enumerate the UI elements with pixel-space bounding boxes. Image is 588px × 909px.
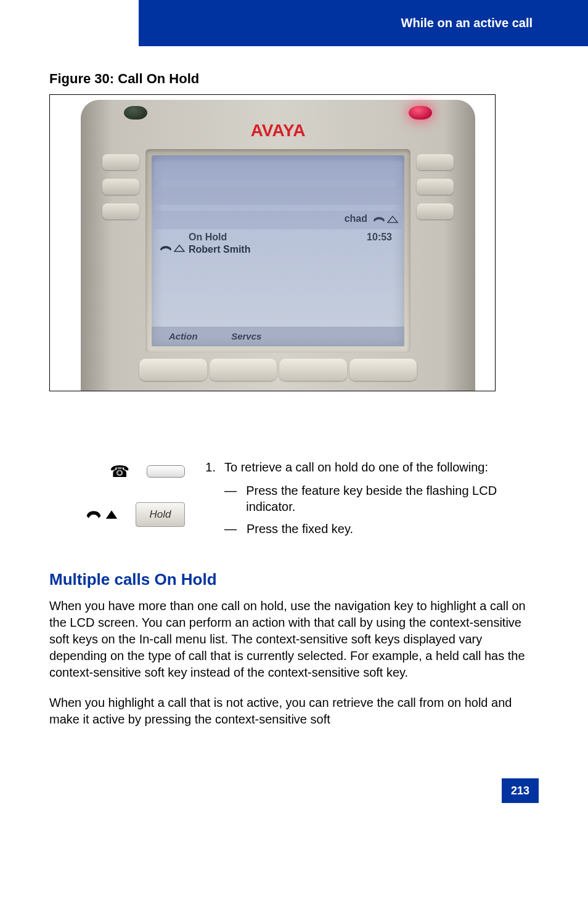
step-number: 1. — [203, 459, 216, 475]
step-text: To retrieve a call on hold do one of the… — [224, 459, 488, 475]
header-section-title: While on an active call — [139, 0, 588, 46]
hold-key-label: Hold — [136, 502, 185, 527]
line-key-button[interactable] — [417, 179, 454, 195]
speaker-icon — [105, 510, 118, 520]
lcd-hold-status-icons — [159, 244, 185, 253]
softkey-button[interactable] — [279, 359, 347, 381]
handset-icon — [85, 510, 102, 520]
line-key-button[interactable] — [102, 179, 139, 195]
lcd-line-row — [154, 161, 402, 180]
softkey-buttons — [139, 359, 417, 381]
body-paragraph: When you highlight a call that is not ac… — [49, 695, 539, 728]
lcd-screen: chad 10:53 On Hold Robert Smith Action — [152, 155, 404, 346]
instruction-icons-column: ☎ Hold — [49, 459, 191, 545]
lcd-softkey-label — [341, 327, 405, 346]
brand-logo: AVAYA — [81, 121, 475, 141]
softkey-button[interactable] — [349, 359, 417, 381]
alert-led-icon — [409, 106, 432, 120]
option-text: Press the fixed key. — [247, 521, 353, 537]
telephone-icon: ☎ — [110, 462, 129, 481]
option-before: Press the — [247, 522, 302, 536]
lcd-caller-name: Robert Smith — [189, 244, 250, 255]
speaker-icon — [387, 215, 398, 224]
softkey-button[interactable] — [139, 359, 207, 381]
feature-key-icon-row: ☎ — [49, 459, 185, 484]
numbered-step: 1. To retrieve a call on hold do one of … — [203, 459, 539, 475]
speaker-icon — [174, 244, 185, 253]
body-paragraph: When you have more than one call on hold… — [49, 598, 539, 681]
option-after: fixed key. — [302, 522, 353, 536]
option-text: Press the feature key beside the flashin… — [246, 483, 539, 515]
left-line-keys — [102, 154, 139, 228]
handset-icon — [159, 244, 173, 253]
lcd-softkey-label: Action — [152, 327, 215, 346]
lcd-softkey-bar: Action Servcs — [152, 327, 404, 346]
line-key-button[interactable] — [417, 154, 454, 170]
lcd-status-line: On Hold — [189, 232, 227, 243]
phone-figure: AVAYA chad — [49, 94, 496, 391]
instruction-text-column: 1. To retrieve a call on hold do one of … — [203, 459, 539, 545]
lcd-line-row — [154, 186, 402, 205]
hold-key-icon-row: Hold — [49, 502, 185, 527]
sub-option: — Press the fixed key. — [224, 521, 539, 537]
lcd-softkey-label: Servcs — [215, 327, 279, 346]
line-key-button[interactable] — [102, 154, 139, 170]
dash-marker: — — [224, 483, 237, 515]
message-led-icon — [124, 106, 147, 120]
phone-body: AVAYA chad — [81, 100, 475, 391]
lcd-softkey-label — [278, 327, 341, 346]
section-heading: Multiple calls On Hold — [49, 570, 539, 589]
figure-caption: Figure 30: Call On Hold — [49, 71, 539, 87]
softkey-button[interactable] — [210, 359, 277, 381]
page-number: 213 — [502, 778, 539, 803]
dash-marker: — — [224, 521, 238, 537]
page-header: While on an active call — [0, 0, 588, 46]
right-line-keys — [417, 154, 454, 228]
feature-key-icon — [147, 465, 185, 478]
option-before: Press the — [246, 484, 301, 497]
lcd-user-label: chad — [345, 213, 367, 224]
sub-option: — Press the feature key beside the flash… — [224, 483, 539, 515]
line-key-button[interactable] — [417, 203, 454, 219]
handset-icon — [372, 215, 386, 224]
hold-status-icon — [85, 510, 118, 520]
line-key-button[interactable] — [102, 203, 139, 219]
instruction-block: ☎ Hold 1. To retrieve a call on hold do … — [49, 459, 539, 545]
lcd-frame: chad 10:53 On Hold Robert Smith Action — [145, 149, 410, 353]
lcd-time: 10:53 — [367, 232, 392, 243]
lcd-line-status-icons — [372, 215, 398, 224]
